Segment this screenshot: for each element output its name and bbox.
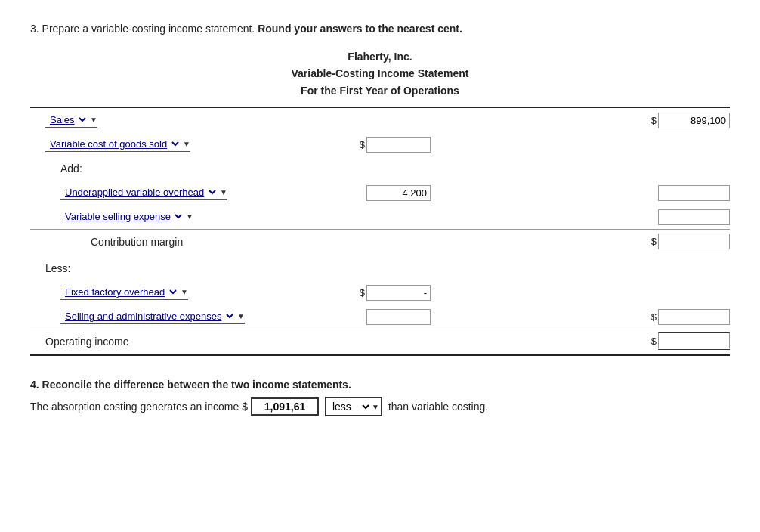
question4-header: 4. Reconcile the difference between the …: [30, 379, 730, 391]
underapplied-arrow: ▼: [220, 188, 227, 196]
reconcile-value-input[interactable]: [251, 397, 319, 416]
selling-admin-row: Selling and administrative expenses Othe…: [30, 305, 730, 329]
operating-income-label: Operating income: [45, 336, 129, 348]
underapplied-row: Underapplied variable overhead Other ▼: [30, 181, 730, 205]
underapplied-label-col: Underapplied variable overhead Other ▼: [30, 185, 348, 200]
underapplied-dropdown-wrapper[interactable]: Underapplied variable overhead Other ▼: [60, 185, 227, 200]
question4-section: 4. Reconcile the difference between the …: [30, 379, 730, 416]
underapplied-amount-col: [348, 185, 431, 201]
statement-title: Variable-Costing Income Statement: [30, 65, 730, 82]
underapplied-total-col: [639, 185, 730, 201]
less-row: Less:: [30, 256, 730, 280]
contribution-total-col: $: [639, 234, 730, 249]
question3-header: 3. Prepare a variable-costing income sta…: [30, 23, 730, 35]
variable-cogs-amount-col: $: [348, 137, 431, 153]
contribution-dollar: $: [651, 236, 657, 247]
sales-total-col: $: [639, 113, 730, 128]
less-label-col: Less:: [30, 262, 348, 274]
fixed-overhead-input[interactable]: [366, 285, 431, 301]
variable-selling-row: Variable selling expense Other ▼: [30, 205, 730, 229]
income-statement-table: Sales Other ▼ $ Variable cost of goods s…: [30, 107, 730, 356]
variable-cogs-input[interactable]: [366, 137, 431, 153]
q4-header-text: 4. Reconcile the difference between the …: [30, 379, 351, 391]
underapplied-dropdown[interactable]: Underapplied variable overhead Other: [60, 185, 218, 200]
fixed-overhead-row: Fixed factory overhead Other ▼ $: [30, 280, 730, 305]
selling-admin-input[interactable]: [366, 309, 431, 325]
reconcile-dropdown[interactable]: less more: [326, 398, 372, 415]
reconcile-text1: The absorption costing generates an inco…: [30, 401, 248, 413]
fixed-overhead-dollar: $: [360, 287, 365, 298]
variable-selling-total-col: [639, 209, 730, 225]
selling-admin-dropdown-wrapper[interactable]: Selling and administrative expenses Othe…: [60, 309, 245, 324]
fixed-overhead-label-col: Fixed factory overhead Other ▼: [30, 285, 348, 300]
reconcile-dropdown-arrow: ▼: [372, 403, 379, 411]
statement-period: For the First Year of Operations: [30, 82, 730, 99]
statement-title-block: Flaherty, Inc. Variable-Costing Income S…: [30, 48, 730, 99]
add-row: Add:: [30, 156, 730, 181]
operating-income-row: Operating income $: [30, 329, 730, 354]
company-name: Flaherty, Inc.: [30, 48, 730, 65]
vcogs-dollar: $: [360, 139, 365, 150]
sales-dollar: $: [651, 115, 657, 126]
reconcile-dropdown-wrapper[interactable]: less more ▼: [325, 397, 382, 416]
underapplied-input[interactable]: [366, 185, 431, 201]
reconcile-value-wrapper: [251, 397, 319, 416]
contribution-row: Contribution margin $: [30, 229, 730, 253]
sales-dropdown-wrapper[interactable]: Sales Other ▼: [45, 113, 97, 128]
q3-instruction: Round your answers to the nearest cent.: [258, 23, 462, 35]
sales-input[interactable]: [658, 113, 730, 128]
q3-header-text: 3. Prepare a variable-costing income sta…: [30, 23, 255, 35]
fixed-overhead-arrow: ▼: [181, 288, 188, 296]
variable-selling-total-input[interactable]: [658, 209, 730, 225]
fixed-overhead-dropdown-wrapper[interactable]: Fixed factory overhead Other ▼: [60, 285, 188, 300]
operating-income-total-col: $: [639, 332, 730, 350]
sales-row: Sales Other ▼ $: [30, 108, 730, 132]
operating-income-input[interactable]: [658, 332, 730, 350]
add-label-col: Add:: [30, 162, 348, 175]
variable-cogs-row: Variable cost of goods sold Other ▼ $: [30, 132, 730, 156]
variable-selling-dropdown-wrapper[interactable]: Variable selling expense Other ▼: [60, 209, 193, 224]
add-label: Add:: [60, 162, 82, 175]
fixed-overhead-dropdown[interactable]: Fixed factory overhead Other: [60, 285, 179, 299]
selling-admin-total-col: $: [639, 309, 730, 325]
selling-admin-amount-col: [348, 309, 431, 325]
operating-income-label-col: Operating income: [30, 336, 348, 348]
operating-income-dollar: $: [651, 336, 657, 347]
reconcile-line: The absorption costing generates an inco…: [30, 397, 730, 416]
fixed-overhead-amount-col: $: [348, 285, 431, 301]
contribution-label-col: Contribution margin: [30, 236, 348, 248]
selling-admin-label-col: Selling and administrative expenses Othe…: [30, 309, 348, 324]
sales-label-col: Sales Other ▼: [30, 113, 348, 128]
selling-admin-total-input[interactable]: [658, 309, 730, 325]
variable-selling-label-col: Variable selling expense Other ▼: [30, 209, 348, 224]
variable-cogs-dropdown-wrapper[interactable]: Variable cost of goods sold Other ▼: [45, 137, 190, 152]
sales-dropdown-arrow: ▼: [90, 116, 97, 124]
variable-cogs-arrow: ▼: [183, 140, 190, 148]
variable-selling-arrow: ▼: [186, 212, 193, 221]
selling-admin-dollar: $: [651, 311, 657, 323]
less-label: Less:: [45, 262, 70, 274]
underapplied-total-input[interactable]: [658, 185, 730, 201]
variable-selling-dropdown[interactable]: Variable selling expense Other: [60, 209, 184, 224]
selling-admin-arrow: ▼: [237, 312, 245, 320]
variable-cogs-label-col: Variable cost of goods sold Other ▼: [30, 137, 348, 152]
contribution-label: Contribution margin: [91, 236, 183, 248]
reconcile-text2: than variable costing.: [388, 401, 488, 413]
selling-admin-dropdown[interactable]: Selling and administrative expenses Othe…: [60, 309, 236, 323]
sales-dropdown[interactable]: Sales Other: [45, 113, 88, 127]
variable-cogs-dropdown[interactable]: Variable cost of goods sold Other: [45, 137, 181, 151]
contribution-input[interactable]: [658, 234, 730, 249]
